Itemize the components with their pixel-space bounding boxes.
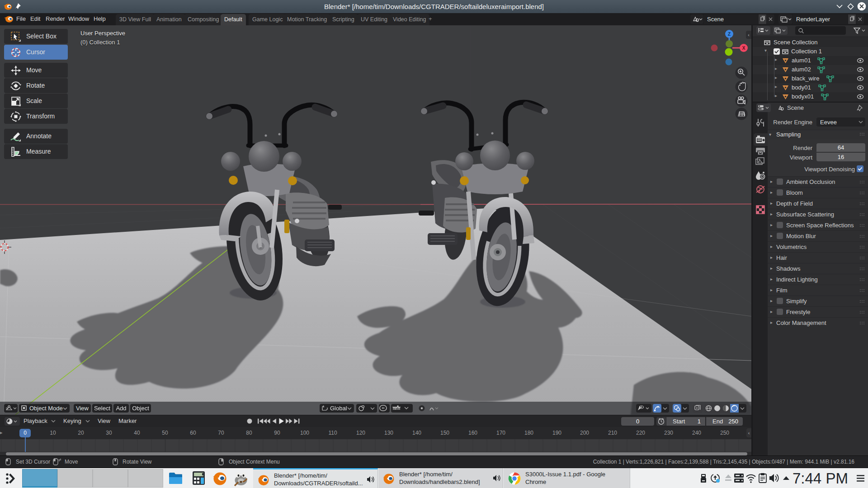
- svg-text:X: X: [742, 46, 745, 51]
- svg-text:Z: Z: [728, 32, 731, 37]
